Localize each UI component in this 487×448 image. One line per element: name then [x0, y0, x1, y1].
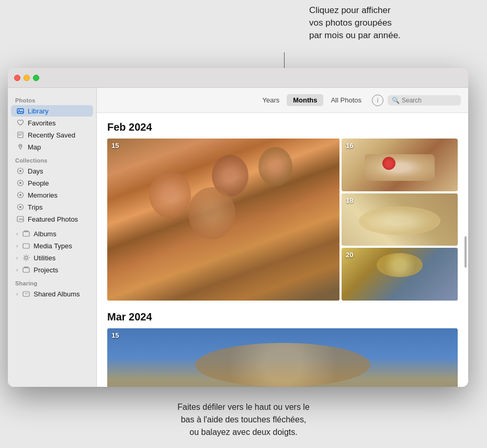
photos-area: Feb 2024 [97, 113, 468, 387]
selfie-photo [107, 139, 339, 301]
sidebar-item-label-favorites: Favorites [28, 119, 55, 127]
sidebar-item-favorites[interactable]: Favorites [11, 117, 93, 129]
map-icon [16, 143, 25, 151]
chevron-right-icon-2: › [16, 243, 18, 249]
food-photo [342, 193, 458, 246]
sidebar-item-label-shared-albums: Shared Albums [33, 290, 80, 298]
projects-icon [22, 266, 30, 274]
sidebar-item-days[interactable]: Days [11, 165, 93, 177]
title-bar [8, 68, 468, 88]
utilities-icon [22, 254, 30, 262]
heart-icon [16, 119, 25, 127]
svg-rect-19 [23, 292, 29, 296]
tab-months[interactable]: Months [287, 94, 323, 106]
sidebar-item-label-map: Map [28, 143, 41, 151]
sidebar-section-sharing: Sharing › Shared Albums [8, 276, 96, 300]
sidebar-item-memories[interactable]: Memories [11, 189, 93, 201]
photo-grid-mar: 15 [107, 328, 458, 387]
annotation-bottom: Faites défiler vers le haut ou vers le b… [113, 401, 375, 439]
sidebar-item-label-memories: Memories [28, 191, 58, 199]
sidebar-item-label-projects: Projects [33, 266, 58, 274]
svg-rect-0 [17, 109, 24, 113]
trips-icon [16, 203, 25, 211]
sidebar-item-featured-photos[interactable]: Featured Photos [11, 213, 93, 225]
sidebar-item-label-media-types: Media Types [33, 242, 72, 250]
svg-point-7 [19, 182, 21, 184]
traffic-lights [14, 75, 39, 81]
svg-point-11 [19, 206, 21, 208]
sidebar-item-label-utilities: Utilities [33, 254, 55, 262]
sidebar-item-label-albums: Albums [33, 230, 56, 238]
sidebar-section-label-sharing: Sharing [8, 276, 96, 288]
shared-albums-icon [22, 290, 30, 298]
media-types-icon [22, 242, 30, 250]
photo-thumb-feb-1[interactable]: 16 [342, 139, 458, 191]
sidebar-item-label-featured-photos: Featured Photos [28, 215, 78, 223]
search-icon: 🔍 [392, 97, 400, 104]
person-photo [342, 248, 458, 301]
memories-icon [16, 191, 25, 199]
maximize-button[interactable] [33, 75, 39, 81]
days-icon [16, 167, 25, 175]
sidebar-section-label-photos: Photos [8, 93, 96, 105]
sidebar-item-label-library: Library [28, 107, 49, 115]
people-icon [16, 179, 25, 187]
sidebar-item-recently-saved[interactable]: Recently Saved [11, 129, 93, 141]
beach-photo [107, 328, 458, 387]
photo-count-feb-1: 16 [346, 142, 353, 150]
sidebar-item-projects[interactable]: › Projects [11, 264, 93, 275]
sidebar-section-photos: Photos Library [8, 93, 96, 153]
sidebar-item-people[interactable]: People [11, 177, 93, 189]
photo-thumb-feb-3[interactable]: 20 [342, 248, 458, 301]
minimize-button[interactable] [24, 75, 30, 81]
chevron-right-icon-5: › [16, 291, 18, 297]
svg-rect-17 [23, 268, 29, 272]
photo-thumb-mar-main[interactable]: 15 [107, 328, 458, 387]
sidebar-item-utilities[interactable]: › Utilities [11, 252, 93, 263]
sidebar-item-label-trips: Trips [28, 203, 42, 211]
toolbar: Years Months All Photos i 🔍 [97, 88, 468, 113]
month-section-feb: Feb 2024 [107, 121, 458, 301]
search-box[interactable]: 🔍 [388, 95, 461, 106]
sidebar-item-media-types[interactable]: › Media Types [11, 240, 93, 251]
photo-thumb-feb-2[interactable]: 18 [342, 193, 458, 246]
search-input[interactable] [402, 97, 457, 104]
month-section-mar: Mar 2024 15 [107, 311, 458, 387]
info-icon: i [377, 97, 379, 104]
photo-count-feb-3: 20 [346, 251, 353, 259]
info-button[interactable]: i [372, 95, 383, 106]
sidebar-item-map[interactable]: Map [11, 141, 93, 153]
app-window: Photos Library [8, 68, 468, 387]
photo-count-feb-main: 15 [111, 142, 119, 150]
scroll-indicator [465, 236, 467, 268]
sidebar-item-library[interactable]: Library [11, 105, 93, 117]
sidebar-section-label-collections: Collections [8, 153, 96, 165]
app-body: Photos Library [8, 88, 468, 387]
svg-point-5 [19, 170, 21, 172]
sidebar-item-label-days: Days [28, 167, 43, 175]
tab-years[interactable]: Years [256, 94, 286, 106]
close-button[interactable] [14, 75, 20, 81]
svg-point-16 [25, 257, 28, 259]
sidebar-item-shared-albums[interactable]: › Shared Albums [11, 288, 93, 300]
sidebar-item-label-people: People [28, 179, 49, 187]
sidebar-item-trips[interactable]: Trips [11, 201, 93, 213]
sidebar-item-albums[interactable]: › Albums [11, 228, 93, 239]
cake-photo [342, 139, 458, 191]
sidebar-item-label-recently-saved: Recently Saved [28, 131, 75, 139]
annotation-top: Cliquez pour afficher vos photos groupée… [309, 4, 456, 41]
photo-grid-feb: 15 16 [107, 139, 458, 301]
month-label-feb: Feb 2024 [107, 121, 458, 133]
tab-all-photos[interactable]: All Photos [324, 94, 368, 106]
photo-side-feb: 16 18 [342, 139, 458, 301]
svg-rect-13 [23, 232, 29, 236]
featured-photos-icon [16, 215, 25, 223]
chevron-right-icon-3: › [16, 255, 18, 261]
photo-count-feb-2: 18 [346, 197, 353, 204]
chevron-right-icon-4: › [16, 267, 18, 273]
sidebar-section-collections: Collections Days [8, 153, 96, 225]
month-label-mar: Mar 2024 [107, 311, 458, 323]
svg-point-9 [19, 194, 21, 196]
library-icon [16, 107, 25, 115]
photo-main-feb[interactable]: 15 [107, 139, 339, 301]
